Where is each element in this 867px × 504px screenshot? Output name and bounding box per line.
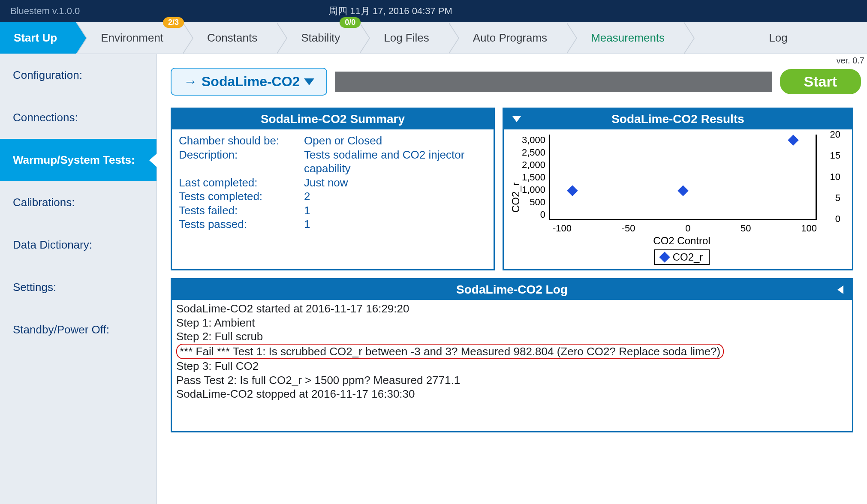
chart-point: [567, 186, 578, 196]
menu-connections[interactable]: Connections:: [0, 96, 157, 139]
chart-x-label: CO2 Control: [522, 235, 842, 247]
log-line-fail: *** Fail *** Test 1: Is scrubbed CO2_r b…: [176, 344, 724, 360]
selected-test-name: SodaLime-CO2: [202, 74, 300, 90]
results-header[interactable]: SodaLime-CO2 Results: [504, 109, 852, 129]
summary-value: Open or Closed: [304, 134, 487, 148]
summary-label: Chamber should be:: [179, 134, 304, 148]
tab-label: Measurements: [591, 31, 665, 45]
content-version: ver. 0.7: [836, 56, 864, 66]
tab-label: Log: [769, 31, 787, 45]
results-chart: CO2_r 3,0002,5002,0001,5001,0005000 0510…: [504, 129, 852, 269]
summary-value: Tests sodalime and CO2 injector capabili…: [304, 148, 487, 176]
tab-autoprograms[interactable]: Auto Programs: [448, 22, 566, 54]
log-line: Step 2: Full scrub: [176, 330, 848, 344]
tab-startup[interactable]: Start Up: [0, 22, 76, 54]
tab-label: Constants: [207, 31, 257, 45]
legend-label: CO2_r: [673, 251, 703, 263]
tab-label: Log Files: [384, 31, 429, 45]
summary-header: SodaLime-CO2 Summary: [172, 109, 494, 129]
test-progress-bar: [335, 72, 772, 92]
tab-label: Environment: [101, 31, 163, 45]
tab-label: Auto Programs: [473, 31, 547, 45]
tab-stability[interactable]: Stability 0/0: [276, 22, 359, 54]
start-button[interactable]: Start: [780, 69, 861, 94]
legend-marker-icon: [659, 252, 670, 262]
summary-value: 1: [304, 217, 487, 231]
summary-label: Last completed:: [179, 176, 304, 190]
log-body: SodaLime-CO2 started at 2016-11-17 16:29…: [172, 300, 852, 431]
env-badge: 2/3: [163, 17, 184, 28]
log-line: Step 1: Ambient: [176, 316, 848, 330]
menu-standby[interactable]: Standby/Power Off:: [0, 309, 157, 351]
summary-label: Description:: [179, 148, 304, 176]
log-line: Step 3: Full CO2: [176, 359, 848, 373]
log-line: Pass Test 2: Is full CO2_r > 1500 ppm? M…: [176, 373, 848, 387]
log-header[interactable]: SodaLime-CO2 Log: [172, 279, 852, 300]
content-area: ver. 0.7 → SodaLime-CO2 Start SodaLime-C…: [157, 54, 867, 504]
log-panel: SodaLime-CO2 Log SodaLime-CO2 started at…: [171, 278, 853, 432]
tab-measurements[interactable]: Measurements: [566, 22, 683, 54]
chart-point: [677, 186, 688, 196]
side-menu: Configuration: Connections: Warmup/Syste…: [0, 54, 157, 504]
top-bar: Bluestem v.1.0.0 周四 11月 17, 2016 04:37 P…: [0, 0, 867, 22]
tab-logfiles[interactable]: Log Files: [359, 22, 448, 54]
chart-plot-area: 05101520: [549, 135, 817, 220]
stability-badge: 0/0: [340, 17, 361, 28]
tab-label: Stability: [301, 31, 340, 45]
chevron-down-icon: [304, 78, 314, 85]
menu-settings[interactable]: Settings:: [0, 266, 157, 309]
menu-configuration[interactable]: Configuration:: [0, 54, 157, 96]
chart-point: [788, 135, 799, 145]
test-selector[interactable]: → SodaLime-CO2: [171, 68, 327, 96]
tab-environment[interactable]: Environment 2/3: [76, 22, 182, 54]
summary-label: Tests failed:: [179, 204, 304, 218]
workflow-tabs: Start Up Environment 2/3 Constants Stabi…: [0, 22, 867, 54]
chart-x-ticks: -100-50050100: [553, 220, 817, 234]
menu-calibrations[interactable]: Calibrations:: [0, 181, 157, 224]
log-title: SodaLime-CO2 Log: [456, 283, 568, 296]
tab-label: Start Up: [14, 31, 57, 45]
log-line: SodaLime-CO2 started at 2016-11-17 16:29…: [176, 302, 848, 316]
collapse-icon: [837, 285, 843, 294]
results-panel: SodaLime-CO2 Results CO2_r 3,0002,5002,0…: [503, 108, 853, 270]
clock: 周四 11月 17, 2016 04:37 PM: [328, 5, 452, 18]
tab-log[interactable]: Log: [683, 22, 867, 54]
results-title: SodaLime-CO2 Results: [611, 112, 744, 126]
menu-data-dictionary[interactable]: Data Dictionary:: [0, 224, 157, 266]
summary-panel: SodaLime-CO2 Summary Chamber should be:O…: [171, 108, 495, 270]
chart-y-ticks: 3,0002,5002,0001,5001,0005000: [522, 135, 549, 220]
summary-value: Just now: [304, 176, 487, 190]
tab-constants[interactable]: Constants: [182, 22, 276, 54]
summary-value: 1: [304, 204, 487, 218]
summary-label: Tests completed:: [179, 189, 304, 204]
log-line: SodaLime-CO2 stopped at 2016-11-17 16:30…: [176, 387, 848, 401]
menu-warmup-tests[interactable]: Warmup/System Tests:: [0, 139, 157, 181]
arrow-right-icon: →: [184, 74, 197, 90]
summary-label: Tests passed:: [179, 217, 304, 231]
chart-legend: CO2_r: [654, 249, 710, 265]
app-version: Bluestem v.1.0.0: [10, 6, 80, 17]
summary-value: 2: [304, 189, 487, 204]
chart-y-label: CO2_r: [509, 135, 522, 265]
collapse-icon: [512, 116, 521, 122]
